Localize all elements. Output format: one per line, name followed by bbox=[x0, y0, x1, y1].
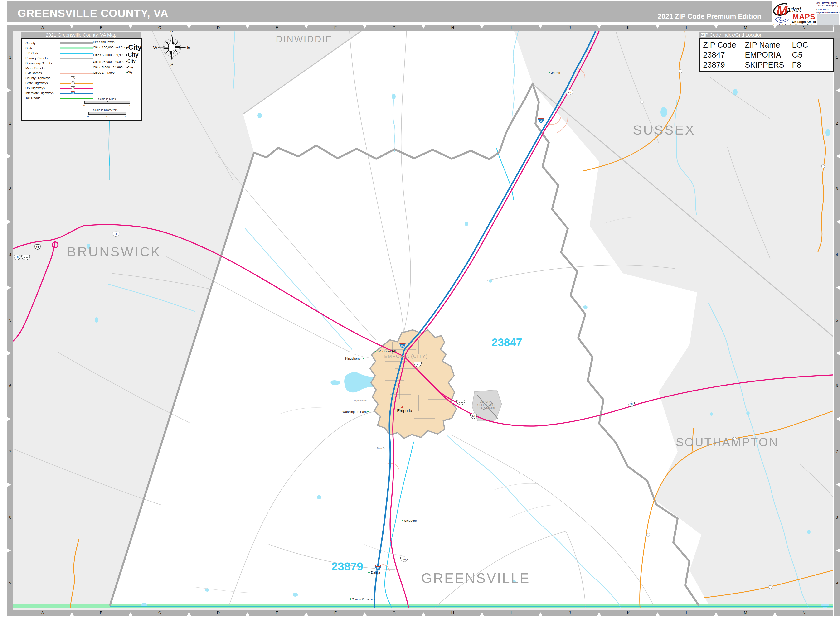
svg-text:301: 301 bbox=[416, 363, 419, 365]
svg-text:58-BR: 58-BR bbox=[23, 257, 28, 258]
grid-letter: C bbox=[131, 25, 189, 31]
grid-letter: D bbox=[189, 610, 247, 616]
svg-text:58: 58 bbox=[36, 245, 39, 248]
legend-sample-county-highways: 123 bbox=[59, 78, 94, 79]
legend-sample-us-highways: 123 bbox=[59, 88, 94, 89]
grid-letters-bottom: A B C D E F G H I J K L M N bbox=[13, 610, 833, 616]
grid-number: 4 bbox=[834, 222, 840, 287]
emporia-city-area-label: EMPORIA (CITY) bbox=[384, 354, 428, 359]
grid-letter: H bbox=[424, 25, 482, 31]
zip-index-col-header: ZIP Name bbox=[745, 40, 780, 49]
legend-sample-state-highways: 123 bbox=[59, 83, 94, 84]
town-label-washington-park: Washington Park bbox=[342, 410, 367, 414]
svg-text:95: 95 bbox=[540, 120, 543, 122]
grid-letter: M bbox=[716, 25, 775, 31]
grid-letter: H bbox=[424, 610, 482, 616]
zip-index-col-header: LOC bbox=[792, 40, 808, 49]
grid-letter: E bbox=[247, 610, 306, 616]
scale-tick: 1 bbox=[106, 115, 107, 118]
scale-tick: 2 bbox=[124, 115, 126, 118]
scale-miles-bar bbox=[85, 101, 130, 104]
city-sample: City bbox=[126, 71, 133, 74]
grid-number: 2 bbox=[7, 90, 13, 156]
logo-tagline: On Target. On Time. bbox=[792, 20, 816, 24]
scale-tick: 0 bbox=[83, 104, 85, 107]
compass-hub bbox=[168, 44, 175, 51]
legend-sample-primary bbox=[59, 58, 94, 59]
spacer bbox=[816, 7, 837, 9]
grid-number: 8 bbox=[834, 485, 840, 550]
town-dot bbox=[375, 351, 376, 352]
compass-n: N bbox=[170, 31, 174, 33]
legend-sample-zip bbox=[59, 53, 94, 54]
county-highway-shield-icon: 123 bbox=[71, 76, 75, 79]
town-label-dahlia: Dahlia bbox=[371, 571, 380, 574]
legend-sample-exit-ramps bbox=[59, 73, 94, 74]
zip-index-cell: EMPORIA bbox=[745, 51, 781, 59]
svg-text:58: 58 bbox=[16, 256, 19, 258]
town-label-kingsberry: Kingsberry bbox=[345, 357, 361, 360]
grid-letter: J bbox=[540, 25, 599, 31]
legend-label: US Highways bbox=[25, 86, 45, 90]
legend-label: Interstate Highways bbox=[25, 91, 54, 95]
town-dot bbox=[350, 598, 351, 600]
zip-index-cell: 23879 bbox=[703, 60, 725, 70]
grid-number: 8 bbox=[7, 485, 13, 550]
legend-label: Exit Ramps bbox=[25, 71, 42, 75]
grid-letter: A bbox=[13, 25, 72, 31]
legend-sample-minor bbox=[59, 68, 94, 68]
town-dot bbox=[363, 358, 364, 359]
map-page: GREENSVILLE COUNTY, VA 2021 ZIP Code Pre… bbox=[0, 0, 840, 618]
grid-number: 4 bbox=[7, 222, 13, 287]
zip-index-title-bar: ZIP Code Index/Grid Locator bbox=[699, 32, 840, 38]
cities-towns-header: Cities and Towns bbox=[93, 40, 114, 44]
svg-text:58: 58 bbox=[472, 415, 475, 417]
town-dot bbox=[368, 572, 370, 573]
town-label-emporia: Emporia bbox=[397, 409, 412, 413]
zip-index-col-header: ZIP Code bbox=[703, 40, 736, 49]
legend-label: County Highways bbox=[25, 76, 51, 80]
zip-label-23847: 23847 bbox=[492, 336, 522, 348]
svg-text:58: 58 bbox=[630, 403, 633, 406]
grid-number: 2 bbox=[834, 90, 840, 156]
county-label-southampton: SOUTHAMPTON bbox=[676, 436, 778, 449]
marketmaps-logo: M arket MAPS On Target. On Time. America… bbox=[772, 1, 840, 28]
grid-letter: B bbox=[72, 610, 130, 616]
county-label-brunswick: BRUNSWICK bbox=[67, 244, 161, 259]
page-title: GREENSVILLE COUNTY, VA bbox=[18, 7, 169, 20]
city-sample: City bbox=[126, 59, 135, 64]
grid-letters-top: A B C D E F G H I J K L M N bbox=[13, 25, 833, 31]
legend-label: ZIP Code bbox=[25, 51, 39, 55]
grid-letter: L bbox=[658, 610, 716, 616]
grid-letter: F bbox=[306, 610, 365, 616]
edition-label: 2021 ZIP Code Premium Edition bbox=[658, 13, 761, 21]
airport-label: EMPORIA - GREENSVILLE REG AIRPORT bbox=[477, 400, 495, 409]
city-sample: City bbox=[126, 51, 138, 58]
zip-index-table: ZIP Code ZIP Name LOC 23847 EMPORIA G5 2… bbox=[699, 38, 834, 72]
marketmaps-logo-art: M arket MAPS On Target. On Time. America… bbox=[772, 1, 816, 28]
svg-text:Dry Bread Rd: Dry Bread Rd bbox=[354, 399, 367, 402]
grid-number: 3 bbox=[834, 156, 840, 222]
legend-title-bar: 2021 Greensville County, VA Map bbox=[21, 32, 141, 38]
legend-label: State Highways bbox=[25, 81, 48, 85]
town-dot bbox=[367, 411, 369, 412]
town-label-turners-crossroads: Turners Crossroads bbox=[352, 598, 375, 601]
city-class-label: Cities 1 - 4,999 bbox=[93, 71, 114, 74]
city-class-label: Cities 5,000 - 24,999 bbox=[93, 65, 123, 69]
svg-text:301: 301 bbox=[402, 558, 406, 560]
city-class-label: Cities 50,000 - 99,999 bbox=[93, 53, 124, 57]
legend-sample-interstates: 123 bbox=[59, 93, 94, 94]
logo-contact-box: CALL US TOLL FREE! 1-888-434-MAPS (6277)… bbox=[816, 2, 839, 14]
grid-letter: F bbox=[306, 25, 365, 31]
city-class-label: Cities 100,000 and Above bbox=[93, 46, 129, 49]
grid-letter: M bbox=[716, 610, 775, 616]
grid-number: 5 bbox=[834, 288, 840, 353]
county-label-greensville: GREENSVILLE bbox=[421, 570, 530, 586]
grid-letter: I bbox=[482, 25, 540, 31]
email-address: mapsales@MarketMAPS.com bbox=[816, 11, 837, 14]
grid-letter: K bbox=[599, 610, 658, 616]
compass-e: E bbox=[187, 45, 190, 50]
grid-letter: C bbox=[131, 610, 189, 616]
logo-maps: MAPS bbox=[792, 12, 815, 21]
city-class-label: Cities 25,000 - 49,999 bbox=[93, 60, 124, 64]
